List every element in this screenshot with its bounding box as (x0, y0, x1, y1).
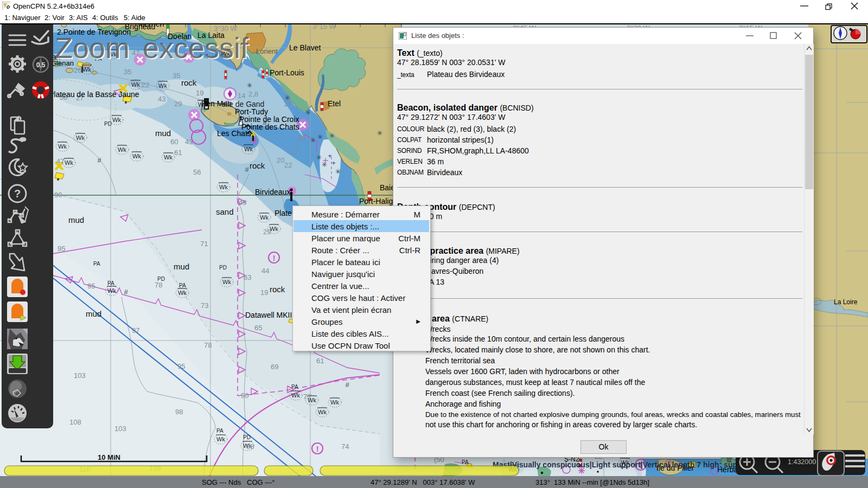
svg-text:19: 19 (196, 89, 203, 97)
svg-text:19: 19 (260, 288, 268, 297)
svg-text:o: o (7, 4, 10, 10)
svg-text:#: # (97, 156, 101, 164)
svg-text:✳: ✳ (317, 133, 323, 141)
svg-text:2,8: 2,8 (248, 90, 258, 98)
svg-text:97: 97 (132, 326, 139, 335)
svg-text:✳: ✳ (377, 129, 383, 137)
svg-text:73: 73 (201, 301, 208, 310)
svg-text:rock: rock (270, 285, 285, 294)
svg-text:mud: mud (86, 309, 101, 318)
svg-text:95: 95 (177, 362, 185, 370)
svg-text:✳: ✳ (305, 108, 311, 117)
svg-text:#: # (345, 381, 349, 389)
svg-text:Mast|Visually conspicuous|Ligh: Mast|Visually conspicuous|Light support|… (493, 460, 769, 469)
svg-text:22: 22 (142, 81, 149, 89)
svg-text:103: 103 (114, 425, 126, 433)
svg-text:14: 14 (238, 92, 245, 100)
svg-text:60: 60 (170, 138, 178, 146)
svg-text:65: 65 (254, 324, 262, 332)
svg-text:PD: PD (104, 121, 112, 127)
svg-text:44: 44 (261, 267, 269, 275)
svg-text:PA: PA (462, 459, 469, 465)
svg-text:✳: ✳ (335, 168, 341, 176)
svg-text:17: 17 (291, 147, 298, 156)
svg-text:10 MiN: 10 MiN (98, 453, 120, 461)
svg-text:✳: ✳ (247, 81, 253, 89)
svg-text:Etel: Etel (328, 99, 341, 108)
svg-text:✳: ✳ (329, 132, 335, 140)
svg-text:103: 103 (74, 371, 86, 380)
svg-text:PA: PA (291, 384, 298, 390)
svg-text:#: # (124, 288, 128, 296)
svg-text:+: + (331, 159, 336, 167)
svg-text:PA: PA (216, 428, 224, 434)
svg-text:29: 29 (263, 228, 271, 236)
svg-text:PD: PD (243, 434, 251, 440)
svg-text:56: 56 (193, 168, 201, 176)
svg-text:74: 74 (341, 442, 349, 451)
svg-text:108: 108 (69, 418, 81, 426)
svg-text:mud: mud (68, 215, 84, 224)
svg-text:PA: PA (107, 280, 114, 286)
svg-text:✳: ✳ (310, 136, 316, 144)
svg-text:13: 13 (284, 100, 291, 108)
svg-text:43: 43 (185, 138, 193, 146)
svg-text:rock: rock (250, 161, 265, 170)
svg-text:1:432000: 1:432000 (788, 458, 816, 466)
svg-text:26: 26 (298, 134, 305, 142)
svg-text:98: 98 (246, 442, 254, 451)
svg-text:49: 49 (239, 198, 246, 207)
svg-text:PA: PA (179, 282, 186, 288)
svg-text:90: 90 (241, 391, 248, 400)
svg-text:71: 71 (200, 240, 208, 248)
svg-text:PA: PA (93, 261, 100, 267)
svg-text:43: 43 (158, 95, 165, 103)
svg-text:26: 26 (74, 66, 81, 74)
svg-text:69: 69 (271, 363, 278, 371)
svg-text:Le Blavet: Le Blavet (289, 43, 321, 52)
svg-text:!: ! (316, 445, 319, 453)
svg-text:90: 90 (54, 191, 62, 199)
svg-text:rock: rock (181, 78, 197, 87)
svg-text:78: 78 (155, 281, 162, 289)
svg-text:98: 98 (175, 408, 183, 416)
svg-text:!: ! (273, 254, 276, 262)
svg-text:22: 22 (284, 161, 292, 169)
svg-text:63: 63 (244, 273, 251, 281)
svg-text:47: 47 (56, 157, 64, 165)
svg-text:0.5: 0.5 (36, 61, 46, 69)
svg-text:Plate: Plate (275, 209, 292, 217)
svg-text:35: 35 (124, 68, 131, 76)
svg-text:Port-Halig: Port-Halig (359, 197, 393, 206)
svg-text:?: ? (14, 188, 21, 200)
svg-text:elle de Gand: elle de Gand (221, 100, 264, 108)
svg-text:✳: ✳ (322, 160, 328, 169)
svg-text:mud: mud (174, 262, 189, 271)
svg-text:61: 61 (316, 357, 324, 365)
svg-text:Datawell MKIII: Datawell MKIII (245, 311, 294, 319)
svg-text:61: 61 (174, 149, 182, 157)
svg-text:Plateau de la Basse Jaune: Plateau de la Basse Jaune (49, 90, 139, 99)
svg-text:Birvideaux: Birvideaux (255, 188, 290, 196)
svg-text:La Loire: La Loire (834, 298, 858, 306)
svg-text:35: 35 (173, 72, 180, 80)
svg-text:Port-Louis: Port-Louis (270, 68, 304, 77)
svg-text:77: 77 (303, 393, 311, 401)
svg-text:95: 95 (58, 245, 65, 253)
svg-text:sand: sand (216, 207, 234, 216)
svg-text:PD: PD (219, 265, 227, 271)
svg-text:#: # (245, 165, 249, 174)
svg-text:95: 95 (87, 282, 95, 290)
svg-text:20: 20 (277, 156, 284, 164)
svg-text:Lorient: Lorient (256, 47, 278, 55)
svg-text:29: 29 (174, 100, 182, 108)
svg-text:78: 78 (204, 341, 212, 349)
svg-text:mud: mud (155, 129, 171, 138)
svg-text:Les Chats: Les Chats (217, 129, 251, 138)
